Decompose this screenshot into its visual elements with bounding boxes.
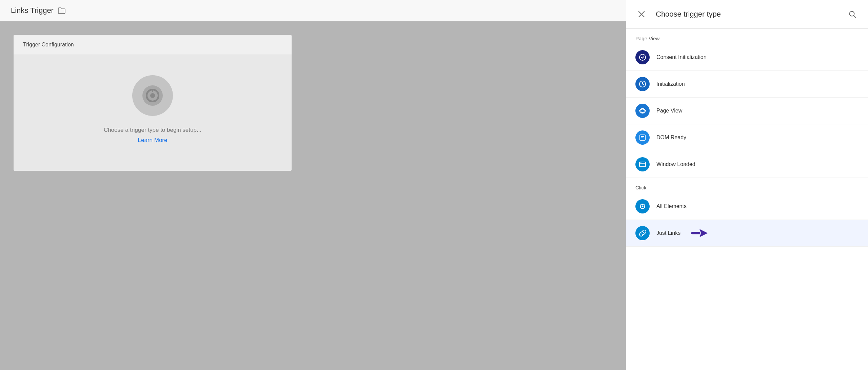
window-loaded-label: Window Loaded xyxy=(656,161,695,167)
close-button[interactable] xyxy=(635,8,648,20)
svg-point-15 xyxy=(640,163,641,163)
dom-ready-label: DOM Ready xyxy=(656,135,686,141)
trigger-config-card: Trigger Configuration Choose a trigger t… xyxy=(14,35,292,171)
trigger-item-just-links[interactable]: Just Links xyxy=(626,220,868,247)
main-content: Trigger Configuration Choose a trigger t… xyxy=(0,21,626,370)
trigger-item-dom-ready[interactable]: DOM Ready xyxy=(626,124,868,151)
trigger-config-header: Trigger Configuration xyxy=(14,35,292,55)
page-title: Links Trigger xyxy=(11,6,54,15)
just-links-label: Just Links xyxy=(656,230,680,236)
svg-point-9 xyxy=(641,109,644,112)
svg-point-7 xyxy=(639,54,646,60)
trigger-prompt: Choose a trigger type to begin setup... xyxy=(104,127,201,133)
trigger-item-initialization[interactable]: Initialization xyxy=(626,71,868,98)
svg-point-16 xyxy=(642,163,642,163)
search-button[interactable] xyxy=(846,8,859,20)
trigger-item-page-view[interactable]: Page View xyxy=(626,98,868,124)
trigger-item-consent-initialization[interactable]: Consent Initialization xyxy=(626,44,868,71)
learn-more-link[interactable]: Learn More xyxy=(138,137,167,144)
svg-rect-24 xyxy=(691,232,700,234)
folder-icon xyxy=(58,7,66,14)
svg-line-6 xyxy=(854,16,856,18)
initialization-label: Initialization xyxy=(656,81,685,87)
trigger-icon-inner xyxy=(142,85,163,106)
page-view-icon xyxy=(635,104,650,118)
trigger-icon-placeholder xyxy=(132,75,173,116)
svg-point-0 xyxy=(146,89,159,102)
svg-point-18 xyxy=(642,206,644,207)
right-header-left: Choose trigger type xyxy=(635,8,721,20)
window-loaded-icon xyxy=(635,157,650,171)
trigger-item-all-elements[interactable]: All Elements xyxy=(626,193,868,220)
consent-initialization-icon xyxy=(635,50,650,64)
main-header: Links Trigger xyxy=(0,0,626,21)
trigger-config-body: Choose a trigger type to begin setup... … xyxy=(14,55,292,171)
dom-ready-icon xyxy=(635,130,650,145)
main-panel: Links Trigger Trigger Configuration xyxy=(0,0,626,370)
all-elements-icon xyxy=(635,199,650,213)
section-label-page-view: Page View xyxy=(626,29,868,44)
svg-marker-23 xyxy=(699,229,708,237)
trigger-list: Page View Consent Initialization Initial… xyxy=(626,29,868,370)
all-elements-label: All Elements xyxy=(656,203,687,209)
right-panel-header: Choose trigger type xyxy=(626,0,868,29)
initialization-icon xyxy=(635,77,650,91)
consent-initialization-label: Consent Initialization xyxy=(656,54,707,60)
just-links-arrow-pointer xyxy=(691,228,708,239)
right-panel-title: Choose trigger type xyxy=(656,10,721,19)
just-links-icon xyxy=(635,226,650,240)
right-panel: Choose trigger type Page View Consent In… xyxy=(626,0,868,370)
section-label-click: Click xyxy=(626,178,868,193)
svg-point-1 xyxy=(150,93,155,98)
page-view-label: Page View xyxy=(656,108,682,114)
trigger-item-window-loaded[interactable]: Window Loaded xyxy=(626,151,868,178)
